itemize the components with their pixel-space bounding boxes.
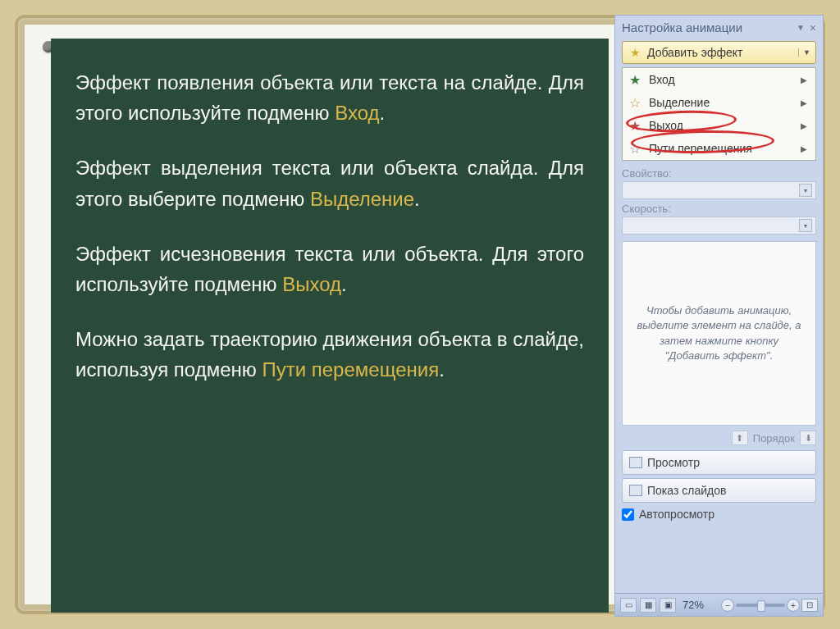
field-speed: Скорость: ▾	[622, 203, 816, 235]
text: Эффект появления объекта или текста на с…	[75, 71, 584, 124]
submenu-label: Вход	[649, 73, 675, 86]
panel-header: Настройка анимации ▼ ×	[615, 16, 823, 39]
zoom-value: 72%	[682, 599, 704, 611]
paragraph-motion: Можно задать траекторию движения объекта…	[75, 324, 584, 385]
highlight-exit: Выход	[282, 273, 341, 295]
text: .	[414, 188, 420, 210]
play-icon	[629, 457, 642, 468]
highlight-emphasis: Выделение	[310, 188, 414, 210]
zoom-slider[interactable]	[736, 604, 785, 607]
text: .	[439, 358, 445, 381]
effect-submenu: ★ Вход ▶ ☆ Выделение ▶ ★ Выход ▶ ☆ Пути …	[622, 67, 816, 161]
zoom-in-button[interactable]: +	[787, 599, 800, 612]
button-label: Показ слайдов	[647, 484, 726, 497]
chevron-right-icon: ▶	[801, 121, 807, 130]
preview-button[interactable]: Просмотр	[622, 450, 816, 475]
star-icon: ☆	[628, 95, 642, 110]
autopreview-checkbox[interactable]	[622, 508, 634, 521]
slideshow-button[interactable]: Показ слайдов	[622, 478, 816, 503]
placeholder-text: Чтобы добавить анимацию, выделите элемен…	[635, 303, 803, 363]
field-label: Скорость:	[622, 203, 816, 217]
speed-dropdown[interactable]: ▾	[622, 217, 816, 235]
add-effect-label: Добавить эффект	[647, 46, 742, 59]
slideshow-icon	[629, 485, 642, 496]
zoom-control: − + ⊡	[721, 599, 818, 612]
field-label: Свойство:	[622, 167, 816, 181]
submenu-exit[interactable]: ★ Выход ▶	[623, 114, 815, 137]
panel-close-icon[interactable]: ×	[810, 21, 816, 34]
order-down-button[interactable]: ⬇	[800, 431, 816, 445]
chevron-down-icon: ▾	[799, 219, 812, 232]
submenu-entry[interactable]: ★ Вход ▶	[623, 68, 815, 91]
paragraph-emphasis: Эффект выделения текста или объекта слай…	[75, 153, 584, 213]
zoom-fit-button[interactable]: ⊡	[801, 599, 818, 612]
autopreview-row: Автопросмотр	[622, 508, 816, 521]
order-label: Порядок	[753, 432, 795, 444]
submenu-label: Выход	[649, 119, 683, 132]
zoom-out-button[interactable]: −	[721, 599, 734, 612]
add-effect-button[interactable]: ★ Добавить эффект ▼	[622, 41, 816, 64]
view-sorter-button[interactable]: ▦	[640, 598, 656, 613]
chevron-down-icon: ▾	[799, 184, 812, 197]
text: .	[380, 102, 386, 124]
submenu-emphasis[interactable]: ☆ Выделение ▶	[623, 91, 815, 114]
view-normal-button[interactable]: ▭	[620, 598, 637, 613]
paragraph-exit: Эффект исчезновения текста или объекта. …	[75, 239, 584, 299]
highlight-entry: Вход	[335, 102, 379, 124]
star-icon: ★	[628, 45, 642, 60]
highlight-motion: Пути перемещения	[262, 358, 439, 381]
star-icon: ★	[628, 72, 642, 87]
status-bar: ▭ ▦ ▣ 72% − + ⊡	[615, 593, 823, 616]
paragraph-entry: Эффект появления объекта или текста на с…	[75, 67, 584, 128]
star-icon: ☆	[628, 141, 642, 156]
checkbox-label: Автопросмотр	[639, 508, 714, 521]
submenu-label: Выделение	[649, 96, 710, 109]
chevron-down-icon: ▼	[798, 48, 810, 57]
button-label: Просмотр	[647, 456, 700, 469]
field-property: Свойство: ▾	[622, 167, 816, 199]
submenu-label: Пути перемещения	[649, 142, 752, 155]
animation-panel: Настройка анимации ▼ × ★ Добавить эффект…	[614, 15, 824, 617]
text: .	[341, 273, 347, 295]
order-controls: ⬆ Порядок ⬇	[622, 431, 816, 445]
chevron-right-icon: ▶	[801, 75, 807, 84]
submenu-motion[interactable]: ☆ Пути перемещения ▶	[623, 137, 815, 160]
panel-menu-icon[interactable]: ▼	[797, 23, 805, 32]
property-dropdown[interactable]: ▾	[622, 181, 816, 199]
chalkboard-content: Эффект появления объекта или текста на с…	[51, 39, 609, 613]
chevron-right-icon: ▶	[801, 144, 807, 153]
animation-list-placeholder: Чтобы добавить анимацию, выделите элемен…	[622, 241, 816, 426]
star-icon: ★	[628, 118, 642, 133]
chevron-right-icon: ▶	[801, 98, 807, 107]
panel-title: Настройка анимации	[622, 21, 742, 34]
view-slideshow-button[interactable]: ▣	[660, 598, 676, 613]
order-up-button[interactable]: ⬆	[732, 431, 748, 445]
